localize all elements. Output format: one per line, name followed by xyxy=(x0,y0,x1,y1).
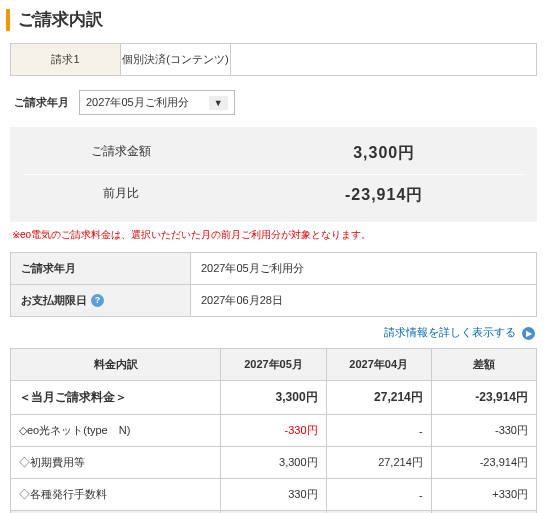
summary-box: ご請求金額 3,300円 前月比 -23,914円 xyxy=(10,127,537,222)
col-current: 2027年05月 xyxy=(221,349,326,381)
info-row-period: ご請求年月 2027年05月ご利用分 xyxy=(11,253,536,285)
help-icon[interactable]: ? xyxy=(91,294,104,307)
summary-diff-value: -23,914円 xyxy=(231,185,537,206)
col-item: 料金内訳 xyxy=(11,349,221,381)
info-period-value: 2027年05月ご利用分 xyxy=(191,253,536,284)
row-diff: +330円 xyxy=(431,479,536,511)
row-label: ◇eo光ネット(type N) xyxy=(11,415,221,447)
chevron-down-icon: ▼ xyxy=(209,96,228,110)
row-prev: 27,214円 xyxy=(326,381,431,415)
tab-billing-1[interactable]: 請求1 xyxy=(11,44,121,75)
row-diff: -330円 xyxy=(431,415,536,447)
summary-diff-row: 前月比 -23,914円 xyxy=(10,175,537,216)
row-diff: -23,914円 xyxy=(431,381,536,415)
table-row: ＜当月ご請求料金＞3,300円27,214円-23,914円 xyxy=(11,381,537,415)
row-cur: 3,300円 xyxy=(221,381,326,415)
row-prev: 27,214円 xyxy=(326,447,431,479)
row-label: ◇初期費用等 xyxy=(11,447,221,479)
row-prev: - xyxy=(326,479,431,511)
row-cur: -330円 xyxy=(221,415,326,447)
detail-link[interactable]: 請求情報を詳しく表示する ▶ xyxy=(384,326,535,338)
info-due-label: お支払期限日 ? xyxy=(11,285,191,316)
summary-amount-value: 3,300円 xyxy=(231,143,537,164)
row-prev: - xyxy=(326,415,431,447)
detail-link-row: 請求情報を詳しく表示する ▶ xyxy=(0,325,535,340)
row-diff: -23,914円 xyxy=(431,447,536,479)
breakdown-header-row: 料金内訳 2027年05月 2027年04月 差額 xyxy=(11,349,537,381)
table-row: ◇初期費用等3,300円27,214円-23,914円 xyxy=(11,447,537,479)
row-label: ＜当月ご請求料金＞ xyxy=(11,381,221,415)
period-select[interactable]: 2027年05月ご利用分 ▼ xyxy=(79,90,235,115)
summary-amount-label: ご請求金額 xyxy=(10,143,231,164)
detail-link-text: 請求情報を詳しく表示する xyxy=(384,326,516,338)
period-select-value: 2027年05月ご利用分 xyxy=(86,95,189,110)
title-accent xyxy=(6,9,10,31)
arrow-right-icon: ▶ xyxy=(522,327,535,340)
row-cur: 3,300円 xyxy=(221,447,326,479)
col-diff: 差額 xyxy=(431,349,536,381)
page-title-bar: ご請求内訳 xyxy=(6,8,547,31)
electricity-note: ※eo電気のご請求料金は、選択いただいた月の前月ご利用分が対象となります。 xyxy=(12,228,547,242)
summary-amount-row: ご請求金額 3,300円 xyxy=(10,133,537,174)
row-label: ◇各種発行手数料 xyxy=(11,479,221,511)
info-table: ご請求年月 2027年05月ご利用分 お支払期限日 ? 2027年06月28日 xyxy=(10,252,537,317)
info-row-due: お支払期限日 ? 2027年06月28日 xyxy=(11,285,536,316)
info-due-value: 2027年06月28日 xyxy=(191,285,536,316)
page-title: ご請求内訳 xyxy=(18,8,103,31)
row-cur: 330円 xyxy=(221,479,326,511)
summary-diff-label: 前月比 xyxy=(10,185,231,206)
col-previous: 2027年04月 xyxy=(326,349,431,381)
table-row: ◇eo光ネット(type N)-330円--330円 xyxy=(11,415,537,447)
table-row: ◇各種発行手数料330円-+330円 xyxy=(11,479,537,511)
info-period-label: ご請求年月 xyxy=(11,253,191,284)
breakdown-table: 料金内訳 2027年05月 2027年04月 差額 ＜当月ご請求料金＞3,300… xyxy=(10,348,537,513)
tab-individual-payment[interactable]: 個別決済(コンテンツ) xyxy=(121,44,231,75)
period-label: ご請求年月 xyxy=(14,95,69,110)
info-due-label-text: お支払期限日 xyxy=(21,293,87,308)
tab-bar: 請求1 個別決済(コンテンツ) xyxy=(10,43,537,76)
period-selector-row: ご請求年月 2027年05月ご利用分 ▼ xyxy=(14,90,547,115)
